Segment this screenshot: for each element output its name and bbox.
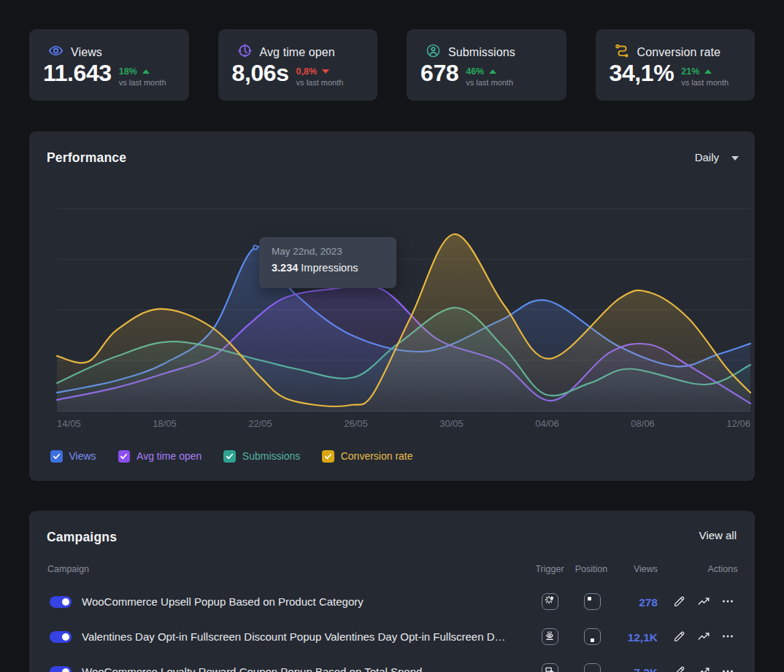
user-icon — [426, 43, 441, 61]
stat-delta: 21% — [681, 66, 699, 77]
checkbox-checked-icon[interactable] — [118, 450, 131, 463]
legend-label: Views — [69, 450, 96, 462]
edit-icon[interactable] — [672, 665, 686, 672]
checkbox-checked-icon[interactable] — [322, 450, 334, 463]
stat-value: 8,06s — [232, 61, 289, 85]
legend-item-submissions[interactable]: Submissions — [223, 450, 300, 463]
table-row: WooCommerce Loyalty Reward Coupon Popup … — [29, 654, 755, 672]
more-options-icon[interactable] — [720, 630, 734, 644]
stat-value: 678 — [420, 61, 458, 85]
stat-card-submissions: Submissions 678 46% vs last month — [407, 29, 566, 101]
campaign-name: Valentines Day Opt-in Fullscreen Discoun… — [82, 630, 520, 643]
analytics-icon[interactable] — [696, 595, 710, 609]
stat-label: Views — [71, 46, 102, 59]
clock-icon — [237, 43, 253, 61]
column-trigger: Trigger — [535, 564, 564, 574]
chart-tooltip: May 22nd, 2023 3.234 Impressions — [259, 237, 396, 288]
svg-text:04/06: 04/06 — [535, 418, 559, 429]
element-click-icon — [545, 665, 555, 672]
trend-up-icon — [142, 69, 150, 74]
more-options-icon[interactable] — [720, 595, 734, 609]
analytics-icon[interactable] — [696, 665, 710, 672]
route-icon — [615, 43, 630, 61]
performance-chart[interactable]: 14/0518/0522/0526/0530/0504/0608/0612/06 — [29, 131, 755, 481]
stat-note: vs last month — [466, 78, 513, 87]
legend-label: Conversion rate — [341, 450, 413, 462]
position-button[interactable] — [584, 593, 601, 610]
stat-delta: 18% — [119, 66, 137, 77]
view-all-link[interactable]: View all — [699, 529, 737, 541]
position-button[interactable] — [584, 663, 601, 672]
chart-legend: Views Avg time open Submissions Conversi… — [50, 450, 413, 463]
column-position: Position — [575, 564, 607, 574]
campaign-name: WooCommerce Upsell Popup Based on Produc… — [82, 595, 520, 608]
svg-text:18/05: 18/05 — [153, 418, 177, 429]
legend-item-avg-time-open[interactable]: Avg time open — [118, 450, 202, 463]
position-top-left-icon — [588, 597, 591, 600]
edit-icon[interactable] — [672, 595, 686, 609]
position-bottom-center-icon — [591, 638, 594, 642]
position-button[interactable] — [584, 628, 601, 645]
table-row: WooCommerce Upsell Popup Based on Produc… — [29, 584, 755, 619]
trigger-button[interactable] — [542, 593, 558, 610]
svg-text:30/05: 30/05 — [439, 418, 464, 429]
performance-panel: Performance Daily 14/0518/0522/0526/0530… — [29, 131, 755, 481]
campaign-views: 12,1K — [628, 631, 658, 644]
table-row: Valentines Day Opt-in Fullscreen Discoun… — [29, 619, 755, 654]
stat-note: vs last month — [296, 78, 344, 87]
trigger-button[interactable] — [542, 663, 558, 672]
stat-note: vs last month — [681, 78, 729, 87]
legend-label: Submissions — [242, 450, 300, 462]
svg-text:14/05: 14/05 — [57, 418, 81, 429]
stat-value: 11.643 — [43, 61, 112, 85]
stat-label: Submissions — [448, 46, 515, 59]
campaign-enabled-toggle[interactable] — [50, 666, 72, 672]
trend-down-icon — [322, 69, 329, 74]
tooltip-date: May 22nd, 2023 — [272, 246, 384, 257]
trend-up-icon — [489, 69, 496, 74]
eye-icon — [48, 43, 64, 61]
svg-text:26/05: 26/05 — [344, 418, 368, 429]
campaigns-title: Campaigns — [47, 530, 117, 545]
stat-delta: 46% — [466, 66, 484, 77]
eye-view-icon — [545, 630, 555, 644]
stat-delta: 0,8% — [296, 66, 318, 77]
more-options-icon[interactable] — [720, 665, 734, 672]
campaign-name: WooCommerce Loyalty Reward Coupon Popup … — [82, 665, 520, 672]
campaign-views: 278 — [639, 596, 658, 609]
stat-card-conversion: Conversion rate 34,1% 21% vs last month — [596, 29, 756, 101]
checkbox-checked-icon[interactable] — [50, 450, 63, 463]
table-header: Campaign Trigger Position Views Actions — [29, 564, 755, 574]
legend-item-conversion-rate[interactable]: Conversion rate — [322, 450, 412, 463]
trigger-button[interactable] — [542, 628, 558, 645]
campaign-views: 7,2K — [634, 666, 658, 672]
stat-note: vs last month — [119, 78, 166, 87]
click-spark-icon — [545, 595, 555, 609]
trend-up-icon — [704, 69, 712, 74]
column-views: Views — [634, 564, 658, 574]
stat-label: Conversion rate — [637, 46, 720, 59]
svg-text:22/05: 22/05 — [248, 418, 272, 429]
column-campaign: Campaign — [47, 564, 89, 574]
legend-label: Avg time open — [137, 450, 201, 462]
tooltip-value: 3.234 Impressions — [272, 262, 384, 274]
stat-value: 34,1% — [610, 61, 675, 85]
legend-item-views[interactable]: Views — [50, 450, 96, 463]
edit-icon[interactable] — [672, 630, 686, 644]
stat-card-views: Views 11.643 18% vs last month — [29, 29, 189, 101]
campaigns-panel: Campaigns View all Campaign Trigger Posi… — [29, 511, 755, 672]
campaign-enabled-toggle[interactable] — [50, 631, 72, 643]
stat-card-avg-time: Avg time open 8,06s 0,8% vs last month — [218, 29, 378, 101]
svg-text:12/06: 12/06 — [726, 418, 750, 429]
analytics-icon[interactable] — [696, 630, 710, 644]
campaign-enabled-toggle[interactable] — [50, 596, 72, 608]
svg-text:08/06: 08/06 — [631, 418, 655, 429]
dashboard: Views 11.643 18% vs last month Avg — [0, 0, 784, 672]
stat-label: Avg time open — [260, 46, 335, 59]
checkbox-checked-icon[interactable] — [223, 450, 236, 463]
column-actions: Actions — [708, 564, 738, 574]
